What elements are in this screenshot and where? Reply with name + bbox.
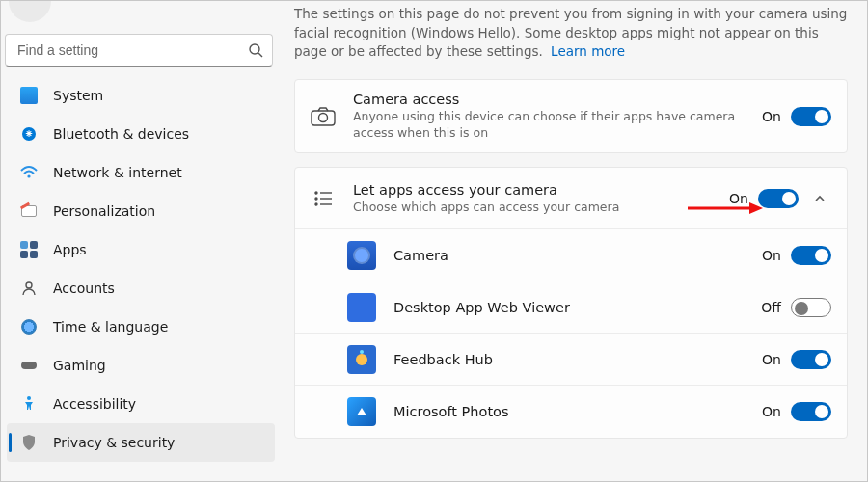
- sidebar-item-time[interactable]: Time & language: [7, 308, 275, 346]
- toggle-app-desktop-web-viewer[interactable]: [791, 298, 831, 317]
- svg-line-1: [258, 53, 262, 57]
- apps-icon: [20, 241, 38, 258]
- toggle-app-photos[interactable]: [791, 402, 831, 421]
- toggle-state-label: Off: [761, 300, 781, 315]
- sidebar-item-label: System: [53, 88, 103, 103]
- wifi-icon: [20, 164, 38, 181]
- sidebar-item-system[interactable]: System: [7, 76, 275, 115]
- sidebar-item-privacy[interactable]: Privacy & security: [7, 423, 275, 462]
- learn-more-link[interactable]: Learn more: [551, 43, 625, 59]
- accessibility-icon: [20, 395, 38, 413]
- app-name: Camera: [393, 248, 762, 263]
- system-icon: [20, 87, 38, 104]
- sidebar-item-label: Network & internet: [53, 165, 182, 180]
- row-camera-access[interactable]: Camera access Anyone using this device c…: [295, 80, 847, 153]
- chevron-up-icon[interactable]: [808, 187, 831, 210]
- row-desc: Anyone using this device can choose if t…: [353, 109, 758, 142]
- svg-rect-4: [21, 362, 37, 369]
- svg-point-12: [315, 203, 317, 205]
- toggle-state-label: On: [762, 109, 781, 124]
- sidebar-item-label: Accounts: [53, 281, 115, 296]
- toggle-app-feedback-hub[interactable]: [791, 350, 831, 369]
- brush-icon: [20, 202, 38, 220]
- search-container: [5, 34, 273, 67]
- svg-point-0: [250, 44, 259, 54]
- sidebar-item-label: Time & language: [53, 319, 168, 335]
- toggle-let-apps[interactable]: [758, 189, 799, 208]
- sidebar-item-label: Bluetooth & devices: [53, 126, 189, 142]
- app-row-camera: Camera On: [295, 229, 847, 281]
- app-tile-icon: [347, 241, 376, 270]
- toggle-state-label: On: [762, 248, 781, 263]
- app-name: Feedback Hub: [393, 352, 762, 367]
- svg-point-8: [315, 192, 317, 194]
- svg-point-10: [315, 198, 317, 200]
- search-icon: [248, 42, 263, 58]
- toggle-camera-access[interactable]: [791, 107, 831, 126]
- intro-text: The settings on this page do not prevent…: [294, 5, 848, 62]
- person-icon: [20, 280, 38, 297]
- toggle-state-label: On: [762, 404, 781, 419]
- app-tile-icon: [347, 345, 376, 374]
- row-title: Camera access: [353, 92, 762, 107]
- toggle-app-camera[interactable]: [791, 246, 831, 265]
- avatar: [9, 1, 51, 22]
- sidebar-item-label: Privacy & security: [53, 435, 175, 450]
- sidebar-item-accessibility[interactable]: Accessibility: [7, 385, 275, 423]
- list-settings-icon: [311, 186, 336, 211]
- card-camera-access: Camera access Anyone using this device c…: [294, 79, 848, 154]
- gamepad-icon: [20, 357, 38, 374]
- camera-outline-icon: [311, 104, 336, 129]
- search-input[interactable]: [5, 34, 273, 67]
- sidebar-item-personalization[interactable]: Personalization: [7, 192, 275, 230]
- app-name: Microsoft Photos: [393, 404, 762, 419]
- shield-icon: [20, 434, 38, 451]
- sidebar-item-accounts[interactable]: Accounts: [7, 269, 275, 308]
- sidebar-item-network[interactable]: Network & internet: [7, 153, 275, 192]
- app-row-feedback-hub: Feedback Hub On: [295, 334, 847, 386]
- svg-point-7: [319, 113, 328, 121]
- app-name: Desktop App Web Viewer: [393, 300, 761, 315]
- svg-point-3: [26, 282, 32, 288]
- sidebar-item-label: Apps: [53, 242, 87, 257]
- sidebar-item-label: Gaming: [53, 358, 106, 373]
- nav: System ⁕ Bluetooth & devices Network & i…: [3, 76, 279, 462]
- sidebar-item-bluetooth[interactable]: ⁕ Bluetooth & devices: [7, 115, 275, 153]
- row-desc: Choose which apps can access your camera: [353, 200, 729, 216]
- svg-point-5: [27, 396, 31, 400]
- sidebar-item-gaming[interactable]: Gaming: [7, 346, 275, 385]
- sidebar-item-apps[interactable]: Apps: [7, 230, 275, 269]
- row-let-apps[interactable]: Let apps access your camera Choose which…: [295, 168, 847, 229]
- app-tile-icon: [347, 293, 376, 322]
- svg-point-2: [27, 174, 30, 177]
- sidebar: System ⁕ Bluetooth & devices Network & i…: [1, 1, 281, 481]
- toggle-state-label: On: [729, 191, 748, 206]
- sidebar-item-label: Personalization: [53, 203, 155, 219]
- bluetooth-icon: ⁕: [20, 125, 38, 143]
- sidebar-item-label: Accessibility: [53, 396, 136, 412]
- main-content: The settings on this page do not prevent…: [281, 1, 867, 481]
- card-let-apps: Let apps access your camera Choose which…: [294, 167, 848, 439]
- row-title: Let apps access your camera: [353, 182, 729, 198]
- app-row-photos: Microsoft Photos On: [295, 386, 847, 438]
- app-tile-icon: [347, 397, 376, 426]
- globe-icon: [20, 318, 38, 335]
- app-row-desktop-web-viewer: Desktop App Web Viewer Off: [295, 281, 847, 334]
- toggle-state-label: On: [762, 352, 781, 367]
